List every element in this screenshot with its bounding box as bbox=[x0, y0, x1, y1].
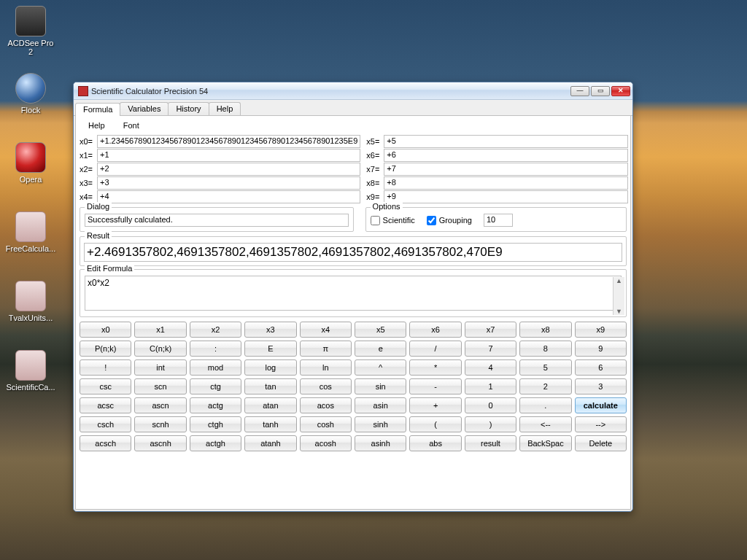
formula-input[interactable] bbox=[85, 276, 622, 311]
desktop-icon-opera[interactable]: Opera bbox=[4, 142, 57, 184]
key-0[interactable]: 0 bbox=[465, 397, 516, 413]
key-3[interactable]: 3 bbox=[575, 378, 627, 394]
key-int[interactable]: int bbox=[134, 359, 186, 376]
key-acosh[interactable]: acosh bbox=[300, 435, 352, 451]
key-2[interactable]: 2 bbox=[519, 378, 571, 394]
menu-font[interactable]: Font bbox=[123, 121, 139, 130]
key-x1[interactable]: x1 bbox=[134, 322, 186, 338]
key-scnh[interactable]: scnh bbox=[134, 416, 186, 432]
key-log[interactable]: log bbox=[244, 359, 296, 376]
key-x2[interactable]: x2 bbox=[190, 322, 241, 338]
var-field-x7[interactable]: +7 bbox=[384, 163, 628, 176]
window-titlebar[interactable]: Scientific Calculator Precision 54 — ▭ ✕ bbox=[74, 82, 632, 100]
tab-variables[interactable]: Variables bbox=[120, 102, 169, 115]
scroll-up-icon[interactable]: ▲ bbox=[614, 277, 624, 284]
key-_[interactable]: --> bbox=[575, 416, 627, 432]
key-x8[interactable]: x8 bbox=[519, 322, 571, 338]
key-E[interactable]: E bbox=[244, 341, 296, 357]
key-x6[interactable]: x6 bbox=[409, 322, 461, 338]
var-field-x5[interactable]: +5 bbox=[384, 135, 628, 148]
key-P_n_k_[interactable]: P(n;k) bbox=[80, 341, 131, 357]
key-abs[interactable]: abs bbox=[409, 435, 461, 451]
maximize-button[interactable]: ▭ bbox=[591, 86, 610, 96]
key-_[interactable]: + bbox=[409, 397, 461, 413]
key-tan[interactable]: tan bbox=[244, 378, 296, 394]
key-ctg[interactable]: ctg bbox=[190, 378, 241, 394]
key-9[interactable]: 9 bbox=[575, 341, 627, 357]
tab-formula[interactable]: Formula bbox=[75, 103, 120, 116]
key-x5[interactable]: x5 bbox=[355, 322, 406, 338]
key-cos[interactable]: cos bbox=[300, 378, 352, 394]
key-x7[interactable]: x7 bbox=[465, 322, 516, 338]
key-1[interactable]: 1 bbox=[465, 378, 516, 394]
key-BackSpac[interactable]: BackSpac bbox=[519, 435, 571, 451]
key-asinh[interactable]: asinh bbox=[355, 435, 406, 451]
key-csch[interactable]: csch bbox=[80, 416, 131, 432]
minimize-button[interactable]: — bbox=[570, 86, 589, 96]
key-_[interactable]: <-- bbox=[519, 416, 571, 432]
key-_[interactable]: π bbox=[300, 341, 352, 357]
key-x4[interactable]: x4 bbox=[300, 322, 352, 338]
var-field-x8[interactable]: +8 bbox=[384, 176, 628, 190]
key-actg[interactable]: actg bbox=[190, 397, 241, 413]
key-_[interactable]: - bbox=[409, 378, 461, 394]
key-actgh[interactable]: actgh bbox=[190, 435, 241, 451]
key-x0[interactable]: x0 bbox=[80, 322, 131, 338]
key-_[interactable]: . bbox=[519, 397, 571, 413]
key-ascn[interactable]: ascn bbox=[134, 397, 186, 413]
key-acos[interactable]: acos bbox=[300, 397, 352, 413]
var-field-x2[interactable]: +2 bbox=[97, 163, 360, 176]
desktop-icon-flock[interactable]: Flock bbox=[4, 73, 57, 114]
key-calculate[interactable]: calculate bbox=[575, 397, 627, 413]
key-_[interactable]: ( bbox=[409, 416, 461, 432]
key-csc[interactable]: csc bbox=[80, 378, 131, 394]
desktop-icon-tvalx[interactable]: TvalxUnits... bbox=[4, 281, 57, 322]
var-field-x4[interactable]: +4 bbox=[97, 190, 360, 203]
var-field-x3[interactable]: +3 bbox=[97, 176, 360, 190]
key-_[interactable]: ! bbox=[80, 359, 131, 376]
key-acsc[interactable]: acsc bbox=[80, 397, 131, 413]
desktop-icon-scicalc[interactable]: ScientificCa... bbox=[4, 350, 57, 392]
formula-scrollbar[interactable]: ▲ ▼ bbox=[613, 277, 624, 315]
key-x3[interactable]: x3 bbox=[244, 322, 296, 338]
key-tanh[interactable]: tanh bbox=[244, 416, 296, 432]
key-_[interactable]: ^ bbox=[355, 359, 406, 376]
key-sinh[interactable]: sinh bbox=[355, 416, 406, 432]
key-atanh[interactable]: atanh bbox=[244, 435, 296, 451]
key-ln[interactable]: ln bbox=[300, 359, 352, 376]
key-8[interactable]: 8 bbox=[519, 341, 571, 357]
var-field-x6[interactable]: +6 bbox=[384, 149, 628, 162]
tab-help[interactable]: Help bbox=[209, 102, 241, 115]
key-_[interactable]: * bbox=[409, 359, 461, 376]
grouping-size-field[interactable]: 10 bbox=[484, 214, 513, 227]
menu-help[interactable]: Help bbox=[88, 121, 105, 130]
key-e[interactable]: e bbox=[355, 341, 406, 357]
key-cosh[interactable]: cosh bbox=[300, 416, 352, 432]
key-_[interactable]: : bbox=[190, 341, 241, 357]
desktop-icon-freecalc[interactable]: FreeCalcula... bbox=[4, 211, 57, 253]
key-7[interactable]: 7 bbox=[465, 341, 516, 357]
key-ascnh[interactable]: ascnh bbox=[134, 435, 186, 451]
key-Delete[interactable]: Delete bbox=[575, 435, 627, 451]
close-button[interactable]: ✕ bbox=[611, 86, 630, 96]
key-6[interactable]: 6 bbox=[575, 359, 627, 376]
var-field-x0[interactable]: +1.2345678901234567890123456789012345678… bbox=[97, 135, 360, 148]
scroll-down-icon[interactable]: ▼ bbox=[614, 308, 624, 315]
scientific-checkbox[interactable]: Scientific bbox=[371, 216, 415, 225]
key-C_n_k_[interactable]: C(n;k) bbox=[134, 341, 186, 357]
key-_[interactable]: ) bbox=[465, 416, 516, 432]
key-mod[interactable]: mod bbox=[190, 359, 241, 376]
var-field-x1[interactable]: +1 bbox=[97, 149, 360, 162]
key-asin[interactable]: asin bbox=[355, 397, 406, 413]
key-5[interactable]: 5 bbox=[519, 359, 571, 376]
key-result[interactable]: result bbox=[465, 435, 516, 451]
key-scn[interactable]: scn bbox=[134, 378, 186, 394]
key-x9[interactable]: x9 bbox=[575, 322, 627, 338]
key-acsch[interactable]: acsch bbox=[80, 435, 131, 451]
grouping-checkbox[interactable]: Grouping bbox=[427, 216, 472, 225]
key-sin[interactable]: sin bbox=[355, 378, 406, 394]
desktop-icon-acdsee[interactable]: ACDSee Pro 2 bbox=[4, 6, 57, 56]
key-atan[interactable]: atan bbox=[244, 397, 296, 413]
key-_[interactable]: / bbox=[409, 341, 461, 357]
key-ctgh[interactable]: ctgh bbox=[190, 416, 241, 432]
